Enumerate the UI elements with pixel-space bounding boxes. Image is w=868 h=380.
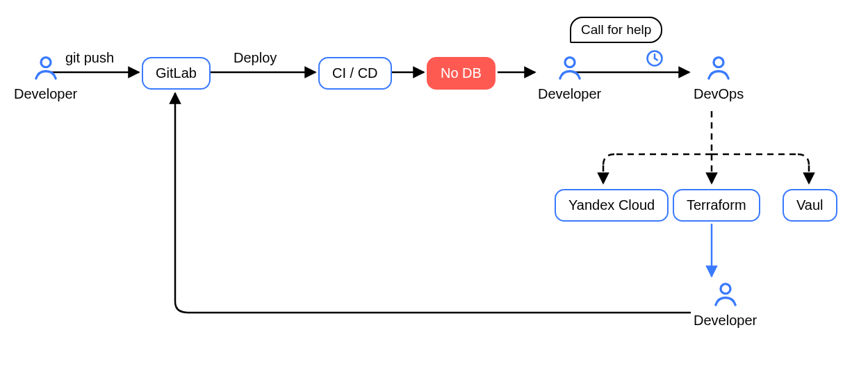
person-icon: [32, 54, 60, 82]
node-nodb: No DB: [427, 57, 496, 90]
actor-label: Developer: [14, 86, 77, 102]
diagram-canvas: Developer git push GitLab Deploy CI / CD…: [0, 0, 868, 380]
actor-label: Developer: [694, 313, 757, 329]
node-label: Yandex Cloud: [568, 197, 655, 213]
bubble-text: Call for help: [581, 22, 651, 37]
svg-point-11: [565, 58, 575, 67]
node-vault: Vaul: [783, 189, 837, 222]
speech-bubble-help: Call for help: [570, 17, 662, 43]
svg-point-14: [721, 284, 730, 294]
node-label: No DB: [441, 65, 482, 81]
node-yandex-cloud: Yandex Cloud: [555, 189, 669, 222]
node-label: Terraform: [687, 197, 746, 213]
svg-point-10: [41, 58, 51, 67]
clock-icon: [645, 49, 664, 71]
node-cicd: CI / CD: [318, 57, 392, 90]
actor-developer-3: Developer: [694, 281, 757, 329]
node-terraform: Terraform: [673, 189, 760, 222]
node-label: GitLab: [156, 65, 197, 81]
node-label: Vaul: [796, 197, 824, 213]
actor-developer-2: Developer: [538, 54, 601, 102]
edge-label-deploy: Deploy: [234, 50, 277, 66]
actor-label: Developer: [538, 86, 601, 102]
node-label: CI / CD: [332, 65, 378, 81]
actor-devops: DevOps: [694, 54, 744, 102]
edge-label-push: git push: [65, 50, 114, 66]
actor-label: DevOps: [694, 86, 744, 102]
person-icon: [712, 281, 739, 308]
person-icon: [556, 54, 584, 82]
person-icon: [705, 54, 732, 82]
node-gitlab: GitLab: [142, 57, 211, 90]
svg-point-13: [714, 58, 723, 67]
